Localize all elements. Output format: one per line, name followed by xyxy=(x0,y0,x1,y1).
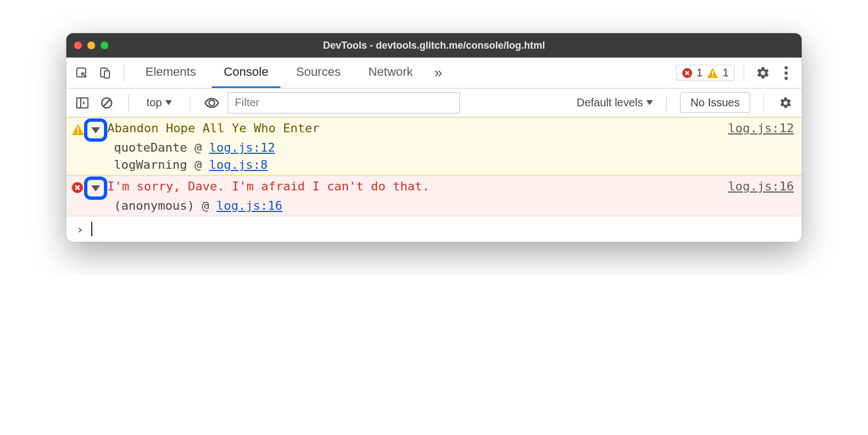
warning-icon xyxy=(707,68,718,78)
trace-line: (anonymous) @ log.js:16 xyxy=(114,199,794,213)
more-tabs-icon[interactable]: » xyxy=(428,63,448,83)
svg-line-12 xyxy=(103,100,110,106)
main-tabbar: Elements Console Sources Network » 1 1 xyxy=(66,58,802,89)
svg-rect-9 xyxy=(77,98,88,108)
prompt-caret-icon: › xyxy=(76,222,83,236)
trace-at: @ xyxy=(195,158,202,172)
trace-fn: quoteDante xyxy=(114,141,187,154)
minimize-window-button[interactable] xyxy=(87,42,95,49)
log-message: I'm sorry, Dave. I'm afraid I can't do t… xyxy=(107,179,430,193)
log-levels-selector[interactable]: Default levels xyxy=(577,96,653,109)
warning-count: 1 xyxy=(723,66,729,79)
expand-toggle[interactable] xyxy=(87,180,104,196)
tab-sources[interactable]: Sources xyxy=(284,58,353,88)
separator xyxy=(190,95,190,111)
text-cursor xyxy=(91,222,92,236)
stack-trace: quoteDante @ log.js:12 logWarning @ log.… xyxy=(72,138,794,172)
svg-rect-4 xyxy=(712,71,713,75)
trace-link[interactable]: log.js:16 xyxy=(216,199,282,213)
live-expression-icon[interactable] xyxy=(203,95,220,111)
svg-rect-14 xyxy=(77,127,79,132)
console-prompt[interactable]: › xyxy=(66,216,802,242)
console-toolbar: top Default levels No Issues xyxy=(66,89,802,117)
context-label: top xyxy=(147,96,162,109)
maximize-window-button[interactable] xyxy=(101,42,108,49)
console-settings-icon[interactable] xyxy=(777,95,794,111)
issues-button[interactable]: No Issues xyxy=(680,92,750,113)
chevron-down-icon xyxy=(165,100,172,106)
error-icon xyxy=(682,68,692,78)
svg-rect-5 xyxy=(712,76,713,77)
levels-label: Default levels xyxy=(577,96,643,109)
window-title: DevTools - devtools.glitch.me/console/lo… xyxy=(66,40,802,51)
warning-icon xyxy=(72,124,84,136)
source-link[interactable]: log.js:16 xyxy=(728,179,794,193)
traffic-lights xyxy=(74,42,108,49)
context-selector[interactable]: top xyxy=(142,96,176,109)
console-output: Abandon Hope All Ye Who Enter log.js:12 … xyxy=(66,117,802,242)
console-warning-row: Abandon Hope All Ye Who Enter log.js:12 … xyxy=(66,117,802,175)
svg-rect-2 xyxy=(104,71,109,78)
chevron-down-icon xyxy=(646,100,653,106)
trace-fn: (anonymous) xyxy=(114,199,195,213)
svg-point-13 xyxy=(209,100,215,106)
close-window-button[interactable] xyxy=(74,42,82,49)
error-count: 1 xyxy=(697,66,703,79)
error-warning-badge[interactable]: 1 1 xyxy=(676,65,735,81)
titlebar: DevTools - devtools.glitch.me/console/lo… xyxy=(66,33,802,58)
trace-line: quoteDante @ log.js:12 xyxy=(114,141,794,154)
kebab-menu-icon[interactable] xyxy=(776,63,796,83)
separator xyxy=(124,65,124,81)
svg-point-6 xyxy=(785,66,788,69)
inspect-element-icon[interactable] xyxy=(72,63,92,83)
separator xyxy=(764,95,764,111)
clear-console-icon[interactable] xyxy=(98,95,115,111)
trace-link[interactable]: log.js:8 xyxy=(209,158,268,172)
expand-toggle[interactable] xyxy=(87,122,104,138)
trace-link[interactable]: log.js:12 xyxy=(209,141,275,154)
trace-at: @ xyxy=(195,141,202,154)
log-message: Abandon Hope All Ye Who Enter xyxy=(107,121,320,135)
trace-fn: logWarning xyxy=(114,158,187,172)
devtools-window: DevTools - devtools.glitch.me/console/lo… xyxy=(66,33,802,242)
device-toolbar-icon[interactable] xyxy=(95,63,115,83)
separator xyxy=(666,95,667,111)
svg-point-8 xyxy=(785,76,788,80)
tab-console[interactable]: Console xyxy=(212,58,281,88)
filter-input[interactable] xyxy=(228,92,460,113)
separator xyxy=(744,65,744,81)
tab-network[interactable]: Network xyxy=(356,58,425,88)
stack-trace: (anonymous) @ log.js:16 xyxy=(72,196,794,213)
svg-rect-15 xyxy=(77,133,79,134)
show-console-sidebar-icon[interactable] xyxy=(74,95,91,111)
error-icon xyxy=(72,182,84,194)
settings-icon[interactable] xyxy=(753,63,773,83)
console-error-row: I'm sorry, Dave. I'm afraid I can't do t… xyxy=(66,175,802,216)
svg-point-7 xyxy=(785,71,788,75)
source-link[interactable]: log.js:12 xyxy=(728,121,794,135)
separator xyxy=(128,95,129,111)
tab-elements[interactable]: Elements xyxy=(133,58,208,88)
trace-line: logWarning @ log.js:8 xyxy=(114,158,794,172)
trace-at: @ xyxy=(202,199,209,213)
